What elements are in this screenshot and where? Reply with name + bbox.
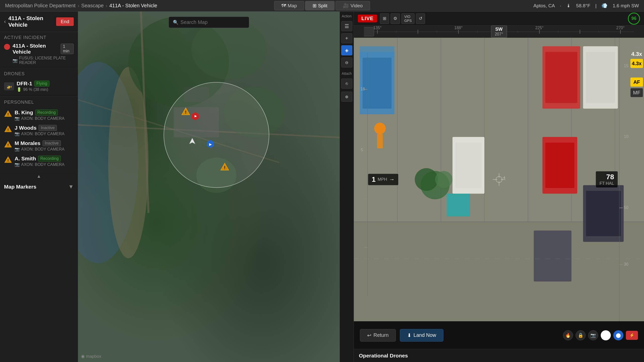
feed-ctrl-gps[interactable]: VIOGPS [401, 13, 414, 24]
svg-text:▶: ▶ [209, 142, 212, 146]
incident-header: ‹ 411A - Stolen Vehicle End [0, 12, 78, 32]
return-button[interactable]: ↩ Return [360, 329, 396, 342]
feed-ctrl-grid[interactable]: ⊞ [380, 13, 389, 24]
feed-ctrl-settings[interactable]: ⚙ [391, 13, 400, 24]
zoom-label: Zoom [632, 45, 642, 49]
svg-text:188°: 188° [454, 26, 463, 30]
map-search-bar[interactable]: 🔍 [169, 17, 249, 28]
breadcrumb: Metropolitan Police Department › Seascap… [5, 3, 157, 9]
map-markers-title: Map Markers [4, 184, 36, 190]
svg-rect-60 [456, 143, 482, 188]
mf-button[interactable]: MF [630, 88, 643, 97]
left-scale: 18 5 [359, 53, 368, 296]
af-button[interactable]: AF [630, 78, 643, 87]
personnel-jwoods: ! J Woods Inactive 📷 AXON: BODY CAMERA [4, 123, 74, 138]
temperature-label: 🌡 [566, 3, 571, 9]
action-sidebar: Action ☰ + ◈ ⊖ Attach ⎋ ⊕ [340, 12, 354, 362]
drone-battery: 🔋 96 % (38 min) [17, 87, 74, 92]
video-feed-area[interactable]: 18 5 1 MPH → 150 100 50 [354, 38, 644, 321]
altitude-label: HAL [606, 181, 614, 186]
altitude-indicator: 78 FT HAL [596, 171, 618, 188]
feed-ctrl-refresh[interactable]: ↺ [416, 13, 425, 24]
zoom-focus-controls: Zoom 4.3x 4.3x Focus AF MF [629, 43, 644, 99]
fire-button[interactable]: 🔥 [563, 330, 573, 340]
camera-button[interactable]: 📷 [588, 330, 598, 340]
svg-text:!: ! [8, 158, 9, 162]
land-icon: ⬇ [407, 332, 411, 338]
svg-rect-78 [377, 134, 383, 148]
expand-button[interactable]: ▼ [68, 184, 74, 190]
search-input[interactable] [180, 19, 245, 25]
map-icon: 🗺 [281, 3, 286, 9]
svg-text:!: ! [185, 110, 186, 115]
mmorales-status: Inactive [43, 140, 61, 146]
svg-text:225°: 225° [535, 26, 544, 30]
blue-circle-button[interactable]: ⬤ [613, 330, 623, 340]
svg-rect-66 [545, 143, 574, 188]
land-now-button[interactable]: ⬇ Land Now [400, 329, 443, 342]
active-incident-title: Active Incident [4, 35, 74, 40]
red-action-button[interactable]: ⚡ [626, 331, 638, 340]
action-btn-extra[interactable]: ⊕ [341, 92, 352, 102]
lock-button[interactable]: 🔒 [576, 330, 586, 340]
svg-point-9 [108, 67, 148, 258]
speed-value: 1 [372, 175, 376, 184]
tab-video[interactable]: 🎥 Video [336, 1, 370, 10]
bottom-icons: 🔥 🔒 📷 ⬤ ⬤ ⚡ [563, 330, 638, 340]
back-button[interactable]: ‹ [4, 18, 6, 25]
map-marker-warning-1: ! [181, 107, 190, 117]
map-area[interactable]: ! ⚑ ▶ ! 🔍 ◉ mapbox [78, 12, 340, 362]
action-btn-location[interactable]: ◈ [341, 45, 352, 55]
return-icon: ↩ [367, 332, 371, 338]
person-bking-name: B. King [15, 110, 33, 116]
tab-split[interactable]: ⊞ Split [305, 1, 335, 10]
body-cam-icon2: 📷 [15, 131, 20, 136]
svg-text:150: 150 [624, 64, 628, 68]
svg-text:5: 5 [361, 148, 363, 152]
incident-sub: 📷 FUSUS: LICENSE PLATE READER [13, 56, 74, 65]
tab-map[interactable]: 🗺 Map [274, 1, 304, 10]
altitude-value: 78 [599, 173, 614, 181]
altitude-unit: FT [599, 181, 605, 186]
drone-feed-panel: LIVE ⊞ ⚙ VIOGPS ↺ 96 [354, 12, 644, 362]
action-btn-attach[interactable]: ⎋ [341, 79, 352, 89]
svg-point-75 [435, 171, 452, 188]
collapse-button[interactable]: ▲ [0, 172, 78, 180]
person-mmorales-name: M Morales [15, 140, 41, 146]
body-cam-icon: 📷 [15, 116, 20, 121]
svg-point-74 [415, 168, 438, 191]
active-incident-item: 411A - Stolen Vehicle 1 min 📷 FUSUS: LIC… [4, 43, 74, 65]
end-button[interactable]: End [56, 17, 74, 26]
svg-text:50: 50 [624, 205, 628, 210]
svg-text:⚑: ⚑ [194, 115, 197, 119]
white-circle-button[interactable]: ⬤ [601, 330, 611, 340]
zoom-button[interactable]: 4.3x [630, 59, 643, 68]
breadcrumb-seascape: Seascape [81, 3, 104, 9]
split-icon: ⊞ [313, 3, 317, 9]
breadcrumb-incident: 411A - Stolen Vehicle [109, 3, 157, 9]
svg-rect-68 [586, 191, 621, 236]
map-marker-blue: ▶ [206, 140, 214, 151]
separator: · [560, 3, 561, 9]
search-icon: 🔍 [173, 20, 178, 25]
drone-icon: 🚁 [4, 82, 14, 90]
battery-icon: 🔋 [17, 87, 22, 92]
action-btn-zoom-in[interactable]: + [341, 33, 352, 43]
op-drones-title: Operational Drones [359, 353, 408, 359]
mapbox-icon: ◉ [81, 354, 85, 359]
right-scale: 150 100 50 30 [618, 38, 628, 321]
action-btn-zoom-out[interactable]: ⊖ [341, 57, 352, 67]
action-btn-1[interactable]: ☰ [341, 21, 352, 31]
svg-rect-46 [364, 27, 374, 36]
svg-text:!: ! [224, 166, 225, 170]
location-label: Aptos, CA [534, 3, 555, 9]
map-markers-section: Map Markers ▼ [0, 180, 78, 193]
personnel-asmith: ! A. Smith Recording 📷 AXON: BODY CAMERA [4, 154, 74, 169]
map-marker-warning-2: ! [220, 163, 229, 172]
map-circle [164, 82, 269, 188]
top-bar: Metropolitan Police Department › Seascap… [0, 0, 644, 12]
top-bar-info: Aptos, CA · 🌡 58.8°F | 💨 1.6 mph SW [534, 3, 639, 9]
svg-point-77 [374, 123, 386, 134]
drone-item: 🚁 DFR-1 Flying 🔋 96 % (38 min) [4, 79, 74, 93]
svg-text:!: ! [8, 112, 9, 116]
